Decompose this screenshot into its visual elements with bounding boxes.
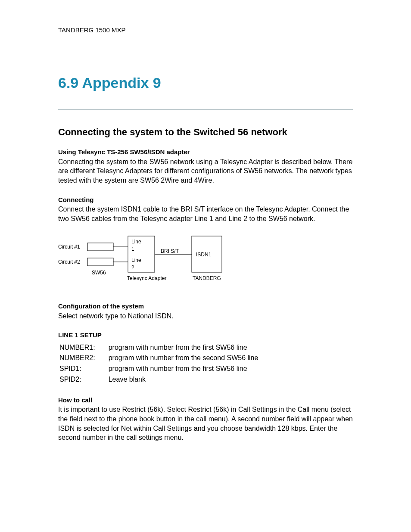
table-row: SPID1: program with number from the firs… — [59, 364, 258, 374]
diagram-line2-num: 2 — [131, 264, 134, 271]
diagram-sw56-label: SW56 — [92, 270, 106, 276]
table-cell-key: SPID2: — [59, 375, 107, 385]
section-title: Connecting the system to the Switched 56… — [58, 126, 353, 139]
paragraph-config: Select network type to National ISDN. — [58, 311, 353, 321]
line1-setup-table: NUMBER1: program with number from the fi… — [58, 342, 259, 386]
diagram-circuit1-label: Circuit #1 — [58, 244, 80, 250]
diagram-tandberg-label: TANDBERG — [193, 275, 221, 281]
table-cell-key: NUMBER2: — [59, 353, 107, 363]
table-cell-val: program with number from the second SW56… — [108, 353, 259, 363]
diagram-svg: Circuit #1 Circuit #2 SW56 Line 1 Line 2… — [58, 233, 239, 287]
diagram-circuit2-label: Circuit #2 — [58, 259, 80, 265]
table-cell-val: Leave blank — [108, 375, 259, 385]
connection-diagram: Circuit #1 Circuit #2 SW56 Line 1 Line 2… — [58, 233, 353, 290]
line1-setup-heading: LINE 1 SETUP — [58, 331, 353, 339]
subheading-adapter: Using Telesync TS-256 SW56/ISDN adapter — [58, 148, 353, 156]
diagram-sw56-box2 — [87, 258, 113, 266]
diagram-line1-label: Line — [131, 239, 141, 245]
table-cell-key: NUMBER1: — [59, 343, 107, 353]
diagram-line2-label: Line — [131, 257, 141, 263]
diagram-sw56-box1 — [87, 243, 113, 251]
divider — [58, 109, 353, 110]
paragraph-howtocall: It is important to use Restrict (56k). S… — [58, 405, 353, 442]
diagram-brist-label: BRI S/T — [161, 248, 179, 254]
table-cell-val: program with number from the first SW56 … — [108, 364, 259, 374]
table-row: SPID2: Leave blank — [59, 375, 258, 385]
paragraph-connecting: Connect the system ISDN1 cable to the BR… — [58, 205, 353, 223]
diagram-isdn1-label: ISDN1 — [196, 252, 212, 258]
running-header: TANDBERG 1500 MXP — [58, 26, 353, 34]
diagram-line1-num: 1 — [131, 246, 134, 252]
subheading-connecting: Connecting — [58, 196, 353, 204]
table-row: NUMBER1: program with number from the fi… — [59, 343, 258, 353]
appendix-title: 6.9 Appendix 9 — [58, 73, 353, 92]
diagram-telesync-label: Telesync Adapter — [127, 275, 166, 281]
subheading-howtocall: How to call — [58, 396, 353, 404]
table-row: NUMBER2: program with number from the se… — [59, 353, 258, 363]
table-cell-key: SPID1: — [59, 364, 107, 374]
subheading-config: Configuration of the system — [58, 302, 353, 311]
paragraph-adapter: Connecting the system to the SW56 networ… — [58, 157, 353, 185]
table-cell-val: program with number from the first SW56 … — [108, 343, 259, 353]
